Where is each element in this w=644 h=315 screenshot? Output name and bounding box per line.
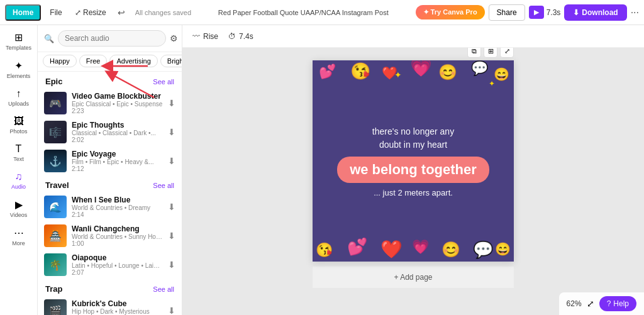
- trap-see-all[interactable]: See all: [153, 285, 174, 293]
- track-thumbnail: ⚓: [44, 150, 67, 172]
- track-info: Epic Voyage Film • Film • Epic • Heavy &…: [72, 150, 163, 172]
- more-options-button[interactable]: ···: [631, 7, 639, 18]
- search-icon: 🔍: [44, 34, 54, 43]
- duration-value: 7.4s: [239, 32, 253, 41]
- track-download-icon[interactable]: ⬇: [168, 98, 175, 108]
- rise-control[interactable]: 〰 Rise: [192, 32, 218, 41]
- track-info: Epic Thoughts Classical • Classical • Da…: [72, 121, 163, 143]
- canvas-area: 〰 Rise ⏱ 7.4s ⧉ ⊞ ⤢: [182, 25, 644, 315]
- share-button[interactable]: Share: [489, 4, 525, 21]
- track-duration: 2:23: [72, 108, 163, 114]
- track-download-icon[interactable]: ⬇: [168, 306, 175, 315]
- sidebar-item-uploads[interactable]: ↑ Uploads: [0, 84, 37, 111]
- track-duration: 2:12: [72, 165, 163, 172]
- search-input[interactable]: [58, 30, 166, 47]
- sidebar-item-elements[interactable]: ✦ Elements: [0, 56, 37, 83]
- download-button[interactable]: ⬇ Download: [564, 4, 626, 21]
- epic-section-header: Epic See all: [38, 72, 182, 89]
- emoji-heart-pink: 💕: [319, 64, 336, 80]
- track-download-icon[interactable]: ⬇: [168, 231, 175, 241]
- track-download-icon[interactable]: ⬇: [168, 127, 175, 137]
- help-button[interactable]: ? Help: [599, 296, 636, 311]
- try-canva-button[interactable]: ✦ Try Canva Pro: [416, 5, 485, 19]
- audio-list: Epic See all 🎮 Video Game Blockbuster Ep…: [38, 72, 182, 315]
- download-icon: ⬇: [573, 8, 579, 17]
- track-item[interactable]: 🌴 Oiapoque Latin • Hopeful • Lounge • La…: [38, 250, 182, 279]
- topbar: Home File ⤢ Resize ↩ All changes saved R…: [0, 0, 644, 25]
- trap-title: Trap: [45, 284, 62, 294]
- question-icon: ?: [607, 299, 611, 308]
- filter-icon[interactable]: ⚙: [170, 33, 178, 43]
- filter-happy[interactable]: Happy: [43, 55, 77, 67]
- track-info: Kubrick's Cube Hip Hop • Dark • Mysterio…: [72, 299, 163, 315]
- track-item[interactable]: ⚓ Epic Voyage Film • Film • Epic • Heavy…: [38, 146, 182, 175]
- undo-button[interactable]: ↩: [115, 5, 128, 20]
- track-thumbnail: 🎬: [44, 299, 67, 315]
- track-item[interactable]: 🌊 When I See Blue World & Countries • Dr…: [38, 192, 182, 221]
- emoji-bottom-5: 😊: [441, 241, 460, 258]
- track-tags: Film • Film • Epic • Heavy &...: [72, 158, 163, 165]
- track-tags: Classical • Classical • Dark •...: [72, 130, 163, 136]
- track-duration: 2:14: [72, 211, 163, 218]
- filter-bright[interactable]: Bright: [160, 55, 182, 67]
- add-page-button[interactable]: + Add page: [313, 267, 514, 288]
- track-item[interactable]: 🎼 Epic Thoughts Classical • Classical • …: [38, 118, 182, 146]
- home-button[interactable]: Home: [5, 4, 41, 21]
- main-area: ⊞ Templates ✦ Elements ↑ Uploads 🖼 Photo…: [0, 25, 644, 315]
- track-thumbnail: 🏯: [44, 224, 67, 247]
- track-item[interactable]: 🏯 Wanli Changcheng World & Countries • S…: [38, 221, 182, 250]
- trap-section-header: Trap See all: [38, 279, 182, 296]
- card-controls: ⧉ ⊞ ⤢: [467, 48, 514, 58]
- duration-control[interactable]: ⏱ 7.4s: [228, 32, 253, 41]
- wave-icon: 〰: [192, 32, 200, 41]
- copy-icon[interactable]: ⧉: [467, 48, 481, 58]
- filter-free[interactable]: Free: [79, 55, 108, 67]
- track-item[interactable]: 🎮 Video Game Blockbuster Epic Classical …: [38, 89, 182, 118]
- track-name: Wanli Changcheng: [72, 224, 163, 233]
- uploads-icon: ↑: [16, 88, 21, 99]
- travel-section-header: Travel See all: [38, 175, 182, 192]
- topbar-left: Home File ⤢ Resize ↩ All changes saved: [5, 4, 191, 21]
- track-duration: 2:02: [72, 136, 163, 143]
- sidebar-item-audio[interactable]: ♫ Audio: [0, 167, 37, 194]
- file-button[interactable]: File: [46, 6, 65, 19]
- elements-icon: ✦: [14, 60, 23, 72]
- design-text-highlight: we belong together: [337, 157, 489, 183]
- design-text-bottom: ... just 2 meters apart.: [374, 188, 453, 197]
- emoji-bottom-6: 💬: [473, 240, 493, 260]
- track-tags: World & Countries • Sunny Holida...: [72, 233, 163, 240]
- sidebar-item-photos[interactable]: 🖼 Photos: [0, 112, 37, 138]
- design-wrapper: ⧉ ⊞ ⤢ 💕 😘 ❤️ 💗: [313, 60, 514, 262]
- sidebar-item-templates[interactable]: ⊞ Templates: [0, 28, 37, 55]
- epic-title: Epic: [45, 77, 62, 86]
- epic-see-all[interactable]: See all: [153, 78, 174, 86]
- expand-icon[interactable]: ⤢: [500, 48, 514, 58]
- track-duration: 1:00: [72, 240, 163, 247]
- track-download-icon[interactable]: ⬇: [168, 202, 175, 212]
- templates-icon: ⊞: [14, 31, 23, 43]
- track-info: When I See Blue World & Countries • Drea…: [72, 196, 163, 218]
- track-download-icon[interactable]: ⬇: [168, 260, 175, 270]
- sidebar-item-text[interactable]: T Text: [0, 140, 37, 166]
- filter-advertising[interactable]: Advertising: [109, 55, 157, 67]
- zoom-expand-icon[interactable]: ⤢: [587, 299, 594, 309]
- track-name: Epic Voyage: [72, 150, 163, 158]
- icon-sidebar: ⊞ Templates ✦ Elements ↑ Uploads 🖼 Photo…: [0, 25, 38, 315]
- topbar-right: ✦ Try Canva Pro Share ▶ 7.3s ⬇ Download …: [416, 4, 639, 21]
- sidebar-item-more[interactable]: ⋯ More: [0, 223, 37, 250]
- design-inner: 💕 😘 ❤️ 💗 😊 💬 😄 ✦ ✦: [313, 60, 514, 262]
- track-download-icon[interactable]: ⬇: [168, 156, 175, 166]
- sidebar-item-videos[interactable]: ▶ Videos: [0, 195, 37, 222]
- track-item[interactable]: 🎬 Kubrick's Cube Hip Hop • Dark • Myster…: [38, 296, 182, 315]
- design-text-top: there's no longer any doubt in my heart: [372, 125, 454, 152]
- sparkle-1: ✦: [394, 70, 402, 80]
- emoji-bottom-7: 😄: [495, 241, 511, 257]
- travel-see-all[interactable]: See all: [153, 182, 174, 189]
- duplicate-icon[interactable]: ⊞: [484, 48, 497, 58]
- track-name: Kubrick's Cube: [72, 299, 163, 308]
- track-name: Epic Thoughts: [72, 121, 163, 130]
- autosave-status: All changes saved: [135, 9, 191, 16]
- resize-button[interactable]: ⤢ Resize: [71, 6, 110, 19]
- track-duration: 2:07: [72, 269, 163, 276]
- play-button[interactable]: ▶: [529, 6, 544, 19]
